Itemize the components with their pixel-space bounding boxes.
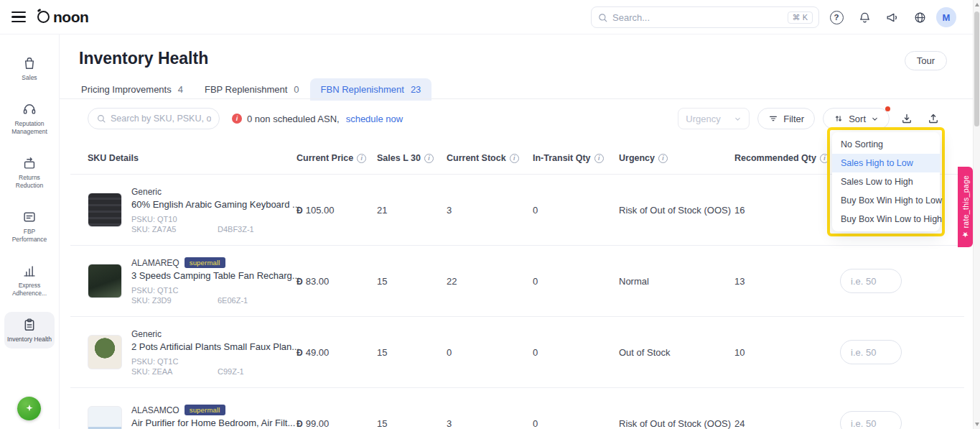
sidebar-item-label: Reputation Management — [6, 120, 53, 136]
sort-notification-dot — [885, 106, 890, 111]
product-title[interactable]: 60% English Arabic Gaming Keyboard ... — [131, 199, 300, 210]
download-icon — [900, 112, 913, 125]
search-icon — [597, 12, 608, 23]
upload-button[interactable] — [924, 109, 943, 128]
sidebar-item-reputation-management[interactable]: Reputation Management — [4, 96, 55, 141]
noon-logo-icon — [37, 11, 50, 23]
tab-label: FBN Replenishment — [321, 84, 404, 95]
sku-search-input[interactable] — [111, 114, 211, 124]
notifications-button[interactable] — [856, 9, 873, 26]
product-brand: ALAMAREQ — [131, 258, 179, 268]
product-title[interactable]: Air Purifier for Home Bedroom, Air Filt.… — [131, 418, 295, 428]
filter-label: Filter — [783, 114, 804, 124]
main-content: Inventory Health Tour Pricing Improvemen… — [60, 34, 973, 429]
scrollbar-down-arrow[interactable] — [975, 423, 979, 426]
product-sku: SKU: ZA7A5 — [131, 225, 218, 234]
sort-option-buybox-high-to-low[interactable]: Buy Box Win High to Low — [832, 191, 940, 210]
scrollbar-up-arrow[interactable] — [975, 3, 979, 6]
filter-button[interactable]: Filter — [757, 108, 815, 129]
page-title: Inventory Health — [79, 49, 208, 68]
noon-logo[interactable]: noon — [37, 9, 88, 26]
sales-l30: 21 — [377, 205, 447, 216]
tab-pricing-improvements[interactable]: Pricing Improvements 4 — [70, 78, 194, 101]
product-image — [88, 406, 122, 429]
qty-input[interactable] — [840, 411, 902, 429]
sort-option-sales-low-to-high[interactable]: Sales Low to High — [832, 172, 940, 191]
sidebar-item-label: Sales — [6, 74, 53, 82]
sidebar-item-inventory-health[interactable]: Inventory Health — [4, 312, 55, 349]
tour-button[interactable]: Tour — [905, 51, 947, 70]
column-header: Current Stock — [447, 153, 506, 163]
qty-input[interactable] — [840, 340, 902, 364]
dashboard-card-icon — [22, 209, 37, 225]
urgency-value: Risk of Out of Stock (OOS) — [619, 205, 734, 216]
scrollbar-thumb[interactable] — [974, 11, 979, 126]
download-button[interactable] — [897, 109, 916, 128]
urgency-value: Normal — [619, 276, 734, 287]
sales-bag-icon — [22, 55, 37, 71]
current-stock: 3 — [447, 205, 533, 216]
sort-option-sales-high-to-low[interactable]: Sales High to Low — [832, 154, 940, 172]
product-sku: SKU: ZEAA — [131, 367, 218, 376]
tab-count: 0 — [294, 84, 299, 95]
sidebar-item-fbp-performance[interactable]: FBP Performance — [4, 204, 55, 249]
sidebar-item-sales[interactable]: Sales — [4, 50, 55, 87]
tab-count: 4 — [178, 84, 183, 95]
help-button[interactable] — [828, 9, 845, 26]
global-search[interactable]: ⌘ K — [591, 6, 819, 28]
currency-symbol: Ð — [297, 277, 303, 287]
info-icon[interactable] — [510, 154, 519, 163]
product-sku-extra: D4BF3Z-1 — [218, 225, 254, 234]
menu-icon[interactable] — [11, 11, 26, 23]
warning-info-icon — [232, 114, 242, 124]
info-icon[interactable] — [357, 154, 366, 163]
schedule-now-link[interactable]: schedule now — [346, 114, 403, 124]
language-button[interactable] — [911, 9, 928, 26]
tabs-divider — [60, 98, 973, 99]
current-stock: 3 — [447, 418, 533, 429]
product-brand: ALASAMCO — [131, 405, 179, 415]
product-title[interactable]: 2 Pots Artificial Plants Small Faux Plan… — [131, 341, 299, 352]
in-transit-qty: 0 — [533, 276, 619, 287]
tab-fbn-replenishment[interactable]: FBN Replenishment 23 — [310, 78, 432, 101]
column-header: Current Price — [297, 153, 353, 163]
recommended-qty: 10 — [734, 347, 840, 358]
current-stock: 0 — [447, 347, 533, 358]
tabs: Pricing Improvements 4 FBP Replenishment… — [70, 78, 431, 101]
product-psku: PSKU: QT10 — [131, 215, 300, 223]
sales-l30: 15 — [377, 418, 447, 429]
product-psku: PSKU: QT1C — [131, 357, 299, 366]
info-icon[interactable] — [594, 154, 604, 163]
asn-notice: 0 non scheduled ASN, schedule now — [232, 114, 403, 124]
product-sku-extra: C99Z-1 — [218, 367, 244, 376]
qty-input[interactable] — [840, 269, 902, 293]
rate-this-page-tab[interactable]: ★ rate_this_page — [958, 167, 973, 247]
page-scrollbar[interactable] — [973, 0, 980, 429]
column-header: Urgency — [619, 153, 655, 163]
sidebar-item-returns-reduction[interactable]: Returns Reduction — [4, 150, 55, 195]
promo-widget[interactable] — [17, 397, 41, 420]
in-transit-qty: 0 — [533, 347, 619, 358]
urgency-value: Risk of Out of Stock (OOS) — [619, 418, 734, 429]
avatar[interactable]: M — [936, 7, 956, 27]
info-icon[interactable] — [424, 154, 434, 163]
sidebar-item-label: Inventory Health — [6, 336, 53, 343]
tab-fbp-replenishment[interactable]: FBP Replenishment 0 — [194, 78, 310, 101]
sort-option-buybox-low-to-high[interactable]: Buy Box Win Low to High — [832, 210, 940, 229]
table-row: ALAMAREQ supermall 3 Speeds Camping Tabl… — [70, 245, 964, 316]
urgency-select-value: Urgency — [686, 114, 720, 124]
sidebar-item-label: Returns Reduction — [6, 174, 53, 190]
announcements-button[interactable] — [883, 9, 900, 26]
product-brand: Generic — [131, 187, 162, 197]
global-search-input[interactable] — [612, 12, 783, 23]
sku-search[interactable] — [88, 108, 220, 129]
sort-button[interactable]: Sort — [823, 108, 890, 129]
filter-icon — [768, 114, 778, 124]
sidebar-item-express-adherence[interactable]: Express Adherence... — [4, 258, 55, 303]
product-image — [88, 335, 122, 369]
info-icon[interactable] — [658, 154, 668, 163]
sort-option-no-sorting[interactable]: No Sorting — [832, 135, 940, 154]
urgency-select[interactable]: Urgency — [678, 108, 750, 129]
product-title[interactable]: 3 Speeds Camping Table Fan Recharg... — [131, 270, 300, 281]
headset-icon — [22, 101, 37, 117]
